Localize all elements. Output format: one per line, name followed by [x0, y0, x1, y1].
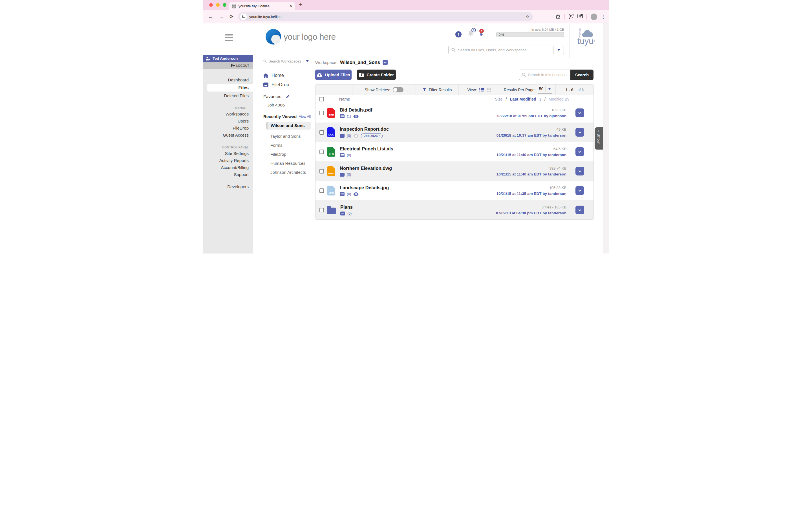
address-bar[interactable]: yoursite.tuyu.io/files ☆	[238, 12, 533, 21]
scrollbar-gutter[interactable]	[603, 23, 609, 253]
search-button[interactable]: Search	[570, 69, 594, 80]
create-folder-button[interactable]: Create Folder	[357, 69, 396, 80]
workspace-item[interactable]: Forms	[270, 143, 283, 148]
sidebar-item-users[interactable]: Users	[203, 117, 253, 124]
help-button[interactable]: ?	[455, 31, 462, 38]
row-checkbox[interactable]	[319, 150, 324, 154]
row-checkbox[interactable]	[319, 188, 324, 193]
comments-icon[interactable]	[340, 192, 345, 196]
menu-hamburger-icon[interactable]	[225, 34, 233, 41]
workspace-item[interactable]: FileDrop	[270, 152, 287, 157]
sidebar-item-account-billing[interactable]: Account/Billing	[203, 164, 253, 171]
url-text[interactable]: yoursite.tuyu.io/files	[249, 15, 525, 19]
show-deletes-toggle[interactable]	[393, 87, 403, 93]
view-all-link[interactable]: View All	[299, 115, 311, 119]
row-checkbox[interactable]	[319, 111, 324, 115]
browser-menu-icon[interactable]: ⋮	[601, 14, 606, 20]
folder-name[interactable]: Plans	[340, 205, 353, 210]
location-search[interactable]	[519, 69, 570, 80]
select-all-checkbox[interactable]	[319, 97, 324, 101]
close-window-button[interactable]	[209, 3, 213, 7]
sidebar-item-developers[interactable]: Developers	[203, 183, 253, 190]
row-actions-button[interactable]	[575, 167, 584, 175]
global-search-input[interactable]	[458, 48, 553, 52]
close-tab-icon[interactable]: ×	[290, 4, 292, 8]
messages-button[interactable]: ! 3	[480, 31, 481, 37]
file-name[interactable]: Landscape Details.jpg	[340, 185, 389, 190]
file-name[interactable]: Inspection Report.doc	[340, 126, 389, 132]
sidebar-item-filedrop[interactable]: FileDrop	[203, 124, 253, 131]
file-modified[interactable]: 10/21/15 at 11:40 am EDT by tanderson	[497, 153, 566, 157]
watch-eye-icon[interactable]	[353, 192, 359, 196]
row-actions-button[interactable]	[575, 147, 584, 156]
sidebar-item-workspaces[interactable]: Workspaces	[203, 110, 253, 117]
sort-by-last-modified[interactable]: Last Modified	[510, 97, 536, 101]
sidebar-item-files[interactable]: Files	[207, 84, 253, 92]
workspace-item[interactable]: Taylor and Sons	[270, 134, 301, 138]
workspace-item[interactable]: Johnson Architects	[270, 170, 306, 175]
panel-item-filedrop[interactable]: FileDrop	[263, 82, 289, 87]
file-name[interactable]: Bid Details.pdf	[340, 107, 372, 113]
file-modified[interactable]: 10/21/15 at 11:35 am EDT by tanderson	[497, 191, 566, 196]
lens-search-icon[interactable]	[569, 14, 574, 20]
workspace-search-input[interactable]	[268, 59, 303, 63]
reload-button[interactable]: ⟳	[230, 10, 234, 23]
row-actions-button[interactable]	[575, 206, 584, 214]
upload-files-button[interactable]: Upload Files	[315, 69, 352, 80]
comments-icon[interactable]	[340, 114, 345, 118]
file-name[interactable]: Electrical Punch List.xls	[340, 146, 393, 152]
profile-avatar[interactable]	[591, 13, 597, 20]
sort-by-modified-by[interactable]: Modified By	[549, 97, 569, 101]
global-search[interactable]	[448, 46, 564, 54]
list-view-icon[interactable]	[479, 88, 485, 92]
new-tab-button[interactable]: +	[299, 1, 303, 8]
file-modified[interactable]: 03/22/18 at 01:59 pm EDT by bjohnson	[497, 114, 566, 118]
workspace-search[interactable]	[263, 57, 311, 65]
search-scope-dropdown[interactable]	[553, 46, 564, 54]
row-checkbox[interactable]	[319, 208, 324, 212]
browser-tab[interactable]: yoursite.tuyu.io/files ×	[229, 2, 295, 10]
per-page-select[interactable]: 50	[538, 86, 552, 94]
sidebar-item-dashboard[interactable]: Dashboard	[203, 76, 253, 83]
file-modified[interactable]: 01/26/18 at 10:37 am EST by tanderson	[497, 133, 566, 137]
file-modified[interactable]: 10/21/15 at 11:40 am EDT by tanderson	[497, 172, 566, 176]
row-actions-button[interactable]	[575, 128, 584, 136]
zoom-window-button[interactable]	[223, 3, 226, 7]
sidebar-item-activity-reports[interactable]: Activity Reports	[203, 157, 253, 164]
filter-results-button[interactable]: Filter Results	[416, 84, 458, 95]
minimize-window-button[interactable]	[216, 3, 220, 7]
extensions-icon[interactable]	[556, 14, 561, 20]
site-settings-icon[interactable]	[240, 13, 247, 20]
back-button[interactable]: ←	[208, 10, 213, 23]
edit-pencil-icon[interactable]	[285, 95, 290, 99]
watch-eye-icon[interactable]	[353, 115, 359, 118]
sidebar-item-site-settings[interactable]: Site Settings	[203, 150, 253, 157]
comments-icon[interactable]	[340, 153, 345, 157]
job-badge[interactable]: Job 3923 •	[361, 133, 382, 138]
show-panel-tab[interactable]: ‹ Show	[595, 127, 603, 150]
folder-modified[interactable]: 07/09/13 at 04:30 pm EDT by tanderson	[496, 211, 566, 215]
row-actions-button[interactable]	[575, 186, 584, 195]
panel-item-home[interactable]: Home	[263, 73, 284, 78]
user-header[interactable]: Ted Anderson	[203, 55, 253, 62]
watch-eye-icon[interactable]	[353, 134, 359, 138]
row-actions-button[interactable]	[575, 108, 584, 117]
grid-view-icon[interactable]	[487, 88, 491, 92]
comments-icon[interactable]	[340, 173, 345, 177]
notifications-button[interactable]: 0	[468, 30, 474, 38]
row-checkbox[interactable]	[319, 169, 324, 173]
favorite-item-job-4086[interactable]: Job 4086	[267, 103, 285, 107]
row-checkbox[interactable]	[319, 130, 324, 135]
location-search-input[interactable]	[528, 73, 570, 77]
workspace-dropdown-button[interactable]	[383, 60, 388, 65]
workspace-item-selected[interactable]: Wilson and Sons	[266, 122, 311, 129]
sort-by-size[interactable]: Size	[495, 97, 502, 101]
sidebar-item-guest-access[interactable]: Guest Access	[203, 131, 253, 138]
sidebar-item-deleted-files[interactable]: Deleted Files	[203, 92, 253, 99]
file-name[interactable]: Northern Elevation.dwg	[340, 166, 392, 171]
logout-button[interactable]: LOGOUT	[203, 62, 253, 69]
comments-icon[interactable]	[340, 134, 345, 138]
comments-icon[interactable]	[340, 212, 345, 216]
sidebar-item-support[interactable]: Support	[203, 171, 253, 178]
bookmark-star-icon[interactable]: ☆	[525, 14, 529, 19]
